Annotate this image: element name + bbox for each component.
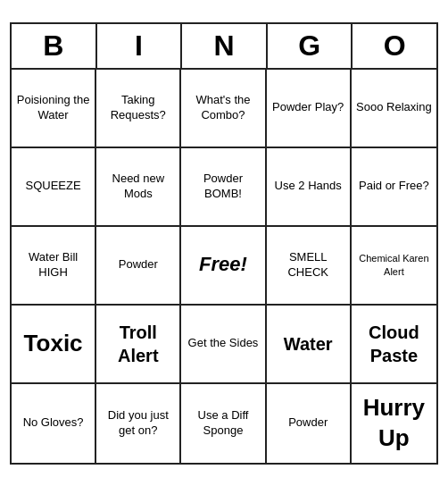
bingo-cell: Sooo Relaxing <box>352 70 436 148</box>
bingo-cell: Did you just get on? <box>96 384 181 463</box>
bingo-cell: Chemical Karen Alert <box>352 227 436 306</box>
bingo-cell: Powder Play? <box>267 70 352 148</box>
bingo-header: BINGO <box>12 24 436 70</box>
bingo-cell: Water <box>267 306 352 384</box>
bingo-card: BINGO Poisioning the WaterTaking Request… <box>10 22 438 465</box>
bingo-cell: Taking Requests? <box>96 70 181 148</box>
bingo-cell: No Gloves? <box>12 384 96 463</box>
bingo-cell: Cloud Paste <box>352 306 436 384</box>
bingo-cell: Use a Diff Sponge <box>181 384 266 463</box>
bingo-cell: Powder <box>96 227 181 306</box>
header-letter: B <box>12 24 97 68</box>
bingo-cell: Hurry Up <box>352 384 436 463</box>
bingo-cell: Poisioning the Water <box>12 70 96 148</box>
header-letter: O <box>353 24 436 68</box>
bingo-cell: SQUEEZE <box>12 148 96 227</box>
header-letter: N <box>182 24 268 68</box>
header-letter: I <box>97 24 183 68</box>
bingo-cell: Need new Mods <box>96 148 181 227</box>
bingo-cell: Troll Alert <box>96 306 181 384</box>
bingo-cell: Powder BOMB! <box>181 148 266 227</box>
bingo-cell: Get the Sides <box>181 306 266 384</box>
header-letter: G <box>268 24 353 68</box>
bingo-cell: Free! <box>181 227 266 306</box>
bingo-cell: Powder <box>267 384 352 463</box>
bingo-cell: Toxic <box>12 306 96 384</box>
bingo-grid: Poisioning the WaterTaking Requests?What… <box>12 70 436 463</box>
bingo-cell: SMELL CHECK <box>267 227 352 306</box>
bingo-cell: Water Bill HIGH <box>12 227 96 306</box>
bingo-cell: Use 2 Hands <box>267 148 352 227</box>
bingo-cell: Paid or Free? <box>352 148 436 227</box>
bingo-cell: What's the Combo? <box>181 70 266 148</box>
